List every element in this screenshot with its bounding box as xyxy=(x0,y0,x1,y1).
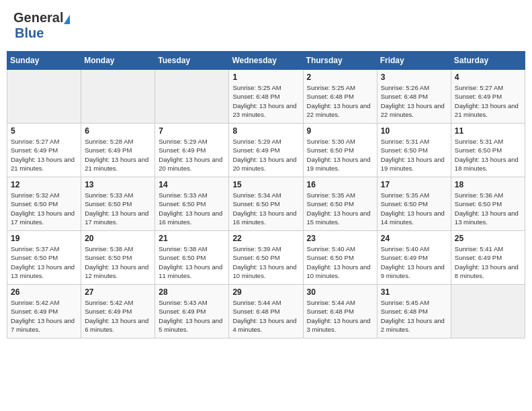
day-number: 5 xyxy=(11,126,77,136)
day-number: 1 xyxy=(232,73,299,82)
calendar-cell: 3Sunrise: 5:26 AMSunset: 6:48 PMDaylight… xyxy=(377,70,451,124)
weekday-header: Sunday xyxy=(7,52,81,70)
calendar-week-row: 12Sunrise: 5:32 AMSunset: 6:50 PMDayligh… xyxy=(7,177,525,231)
day-info: Sunrise: 5:41 AMSunset: 6:49 PMDaylight:… xyxy=(455,244,521,280)
weekday-header: Thursday xyxy=(303,52,377,70)
calendar-cell xyxy=(7,70,81,124)
day-info: Sunrise: 5:27 AMSunset: 6:49 PMDaylight:… xyxy=(11,137,77,173)
day-info: Sunrise: 5:25 AMSunset: 6:48 PMDaylight:… xyxy=(232,83,299,119)
day-info: Sunrise: 5:44 AMSunset: 6:48 PMDaylight:… xyxy=(232,298,299,334)
day-number: 22 xyxy=(232,234,299,243)
calendar-cell: 21Sunrise: 5:38 AMSunset: 6:50 PMDayligh… xyxy=(155,231,229,285)
day-number: 30 xyxy=(307,287,373,297)
logo-general-text: General xyxy=(13,10,63,25)
calendar-cell: 27Sunrise: 5:42 AMSunset: 6:49 PMDayligh… xyxy=(81,285,155,338)
calendar-cell: 8Sunrise: 5:29 AMSunset: 6:49 PMDaylight… xyxy=(229,124,303,177)
day-info: Sunrise: 5:44 AMSunset: 6:48 PMDaylight:… xyxy=(307,298,373,334)
calendar-week-row: 19Sunrise: 5:37 AMSunset: 6:50 PMDayligh… xyxy=(7,231,525,285)
calendar-cell: 10Sunrise: 5:31 AMSunset: 6:50 PMDayligh… xyxy=(377,124,451,177)
day-number: 15 xyxy=(232,180,299,189)
calendar-cell: 26Sunrise: 5:42 AMSunset: 6:49 PMDayligh… xyxy=(7,285,81,338)
day-number: 20 xyxy=(85,234,151,243)
day-info: Sunrise: 5:40 AMSunset: 6:49 PMDaylight:… xyxy=(381,244,447,280)
day-info: Sunrise: 5:40 AMSunset: 6:50 PMDaylight:… xyxy=(307,244,373,280)
calendar-cell: 6Sunrise: 5:28 AMSunset: 6:49 PMDaylight… xyxy=(81,124,155,177)
day-number: 16 xyxy=(307,180,373,189)
calendar-week-row: 5Sunrise: 5:27 AMSunset: 6:49 PMDaylight… xyxy=(7,124,525,177)
calendar-cell: 23Sunrise: 5:40 AMSunset: 6:50 PMDayligh… xyxy=(303,231,377,285)
day-number: 19 xyxy=(11,234,77,243)
weekday-header: Tuesday xyxy=(155,52,229,70)
calendar-cell: 5Sunrise: 5:27 AMSunset: 6:49 PMDaylight… xyxy=(7,124,81,177)
calendar-cell: 16Sunrise: 5:35 AMSunset: 6:50 PMDayligh… xyxy=(303,177,377,231)
day-number: 2 xyxy=(307,73,373,82)
calendar-cell: 2Sunrise: 5:25 AMSunset: 6:48 PMDaylight… xyxy=(303,70,377,124)
day-info: Sunrise: 5:36 AMSunset: 6:50 PMDaylight:… xyxy=(455,191,521,226)
day-info: Sunrise: 5:27 AMSunset: 6:49 PMDaylight:… xyxy=(455,83,521,119)
day-info: Sunrise: 5:25 AMSunset: 6:48 PMDaylight:… xyxy=(307,83,373,119)
calendar-cell: 9Sunrise: 5:30 AMSunset: 6:50 PMDaylight… xyxy=(303,124,377,177)
calendar-cell: 29Sunrise: 5:44 AMSunset: 6:48 PMDayligh… xyxy=(229,285,303,338)
calendar-week-row: 26Sunrise: 5:42 AMSunset: 6:49 PMDayligh… xyxy=(7,285,525,338)
day-info: Sunrise: 5:42 AMSunset: 6:49 PMDaylight:… xyxy=(85,298,151,334)
day-number: 8 xyxy=(232,126,299,136)
logo-text: General Blue xyxy=(13,10,70,41)
day-number: 11 xyxy=(455,126,521,136)
calendar-week-row: 1Sunrise: 5:25 AMSunset: 6:48 PMDaylight… xyxy=(7,70,525,124)
day-info: Sunrise: 5:30 AMSunset: 6:50 PMDaylight:… xyxy=(307,137,373,173)
day-info: Sunrise: 5:31 AMSunset: 6:50 PMDaylight:… xyxy=(381,137,447,173)
day-number: 21 xyxy=(159,234,225,243)
day-info: Sunrise: 5:35 AMSunset: 6:50 PMDaylight:… xyxy=(307,191,373,226)
day-number: 4 xyxy=(455,73,521,82)
calendar-cell: 22Sunrise: 5:39 AMSunset: 6:50 PMDayligh… xyxy=(229,231,303,285)
day-number: 18 xyxy=(455,180,521,189)
calendar-cell: 1Sunrise: 5:25 AMSunset: 6:48 PMDaylight… xyxy=(229,70,303,124)
day-info: Sunrise: 5:39 AMSunset: 6:50 PMDaylight:… xyxy=(232,244,299,280)
calendar-cell: 13Sunrise: 5:33 AMSunset: 6:50 PMDayligh… xyxy=(81,177,155,231)
calendar-cell xyxy=(81,70,155,124)
day-number: 3 xyxy=(381,73,447,82)
page-header: General Blue xyxy=(7,7,525,44)
day-info: Sunrise: 5:26 AMSunset: 6:48 PMDaylight:… xyxy=(381,83,447,119)
calendar-cell: 18Sunrise: 5:36 AMSunset: 6:50 PMDayligh… xyxy=(451,177,525,231)
weekday-header: Monday xyxy=(81,52,155,70)
calendar-cell: 17Sunrise: 5:35 AMSunset: 6:50 PMDayligh… xyxy=(377,177,451,231)
day-info: Sunrise: 5:43 AMSunset: 6:49 PMDaylight:… xyxy=(159,298,225,334)
calendar-cell: 11Sunrise: 5:31 AMSunset: 6:50 PMDayligh… xyxy=(451,124,525,177)
day-info: Sunrise: 5:29 AMSunset: 6:49 PMDaylight:… xyxy=(159,137,225,173)
day-info: Sunrise: 5:37 AMSunset: 6:50 PMDaylight:… xyxy=(11,244,77,280)
day-number: 13 xyxy=(85,180,151,189)
weekday-header: Wednesday xyxy=(229,52,303,70)
calendar-cell: 7Sunrise: 5:29 AMSunset: 6:49 PMDaylight… xyxy=(155,124,229,177)
day-number: 17 xyxy=(381,180,447,189)
calendar-cell: 14Sunrise: 5:33 AMSunset: 6:50 PMDayligh… xyxy=(155,177,229,231)
day-number: 25 xyxy=(455,234,521,243)
calendar-cell: 19Sunrise: 5:37 AMSunset: 6:50 PMDayligh… xyxy=(7,231,81,285)
weekday-header: Friday xyxy=(377,52,451,70)
day-info: Sunrise: 5:34 AMSunset: 6:50 PMDaylight:… xyxy=(232,191,299,226)
calendar-cell: 30Sunrise: 5:44 AMSunset: 6:48 PMDayligh… xyxy=(303,285,377,338)
day-info: Sunrise: 5:28 AMSunset: 6:49 PMDaylight:… xyxy=(85,137,151,173)
day-info: Sunrise: 5:33 AMSunset: 6:50 PMDaylight:… xyxy=(85,191,151,226)
calendar-cell: 4Sunrise: 5:27 AMSunset: 6:49 PMDaylight… xyxy=(451,70,525,124)
day-number: 7 xyxy=(159,126,225,136)
day-number: 29 xyxy=(232,287,299,297)
calendar-cell: 15Sunrise: 5:34 AMSunset: 6:50 PMDayligh… xyxy=(229,177,303,231)
day-info: Sunrise: 5:29 AMSunset: 6:49 PMDaylight:… xyxy=(232,137,299,173)
day-number: 10 xyxy=(381,126,447,136)
calendar-cell: 25Sunrise: 5:41 AMSunset: 6:49 PMDayligh… xyxy=(451,231,525,285)
day-info: Sunrise: 5:38 AMSunset: 6:50 PMDaylight:… xyxy=(85,244,151,280)
weekday-header-row: SundayMondayTuesdayWednesdayThursdayFrid… xyxy=(7,52,525,70)
day-info: Sunrise: 5:45 AMSunset: 6:48 PMDaylight:… xyxy=(381,298,447,334)
day-info: Sunrise: 5:38 AMSunset: 6:50 PMDaylight:… xyxy=(159,244,225,280)
day-info: Sunrise: 5:35 AMSunset: 6:50 PMDaylight:… xyxy=(381,191,447,226)
day-number: 27 xyxy=(85,287,151,297)
weekday-header: Saturday xyxy=(451,52,525,70)
day-number: 14 xyxy=(159,180,225,189)
logo-blue-text: Blue xyxy=(15,26,44,40)
calendar-cell xyxy=(155,70,229,124)
logo: General Blue xyxy=(13,10,70,41)
day-info: Sunrise: 5:31 AMSunset: 6:50 PMDaylight:… xyxy=(455,137,521,173)
day-info: Sunrise: 5:42 AMSunset: 6:49 PMDaylight:… xyxy=(11,298,77,334)
day-number: 23 xyxy=(307,234,373,243)
